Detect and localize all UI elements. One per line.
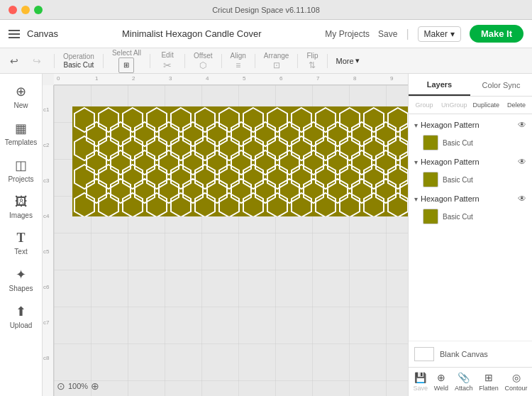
toolbar-separator-1 [54, 54, 55, 68]
close-button[interactable] [9, 6, 17, 14]
arrange-label: Arrange [264, 52, 289, 60]
layer-2-child[interactable]: Basic Cut [409, 170, 532, 189]
blank-canvas-thumbnail [414, 347, 434, 361]
zoom-out-icon[interactable]: ⊙ [57, 380, 65, 392]
flip-label: Flip [306, 52, 318, 60]
layer-header-1[interactable]: ▾ Hexagon Pattern 👁 [409, 117, 532, 133]
sidebar-item-text[interactable]: T Text [4, 226, 39, 260]
ruler-mark-v1: c1 [43, 106, 49, 113]
edit-control[interactable]: Edit ✂ [159, 53, 176, 70]
select-all-label: Select All [112, 49, 141, 57]
save-icon: 💾 [414, 372, 426, 383]
make-it-button[interactable]: Make It [470, 25, 523, 43]
ruler-mark-3: 3 [169, 75, 172, 82]
layer-1-name: Hexagon Pattern [421, 121, 515, 129]
offset-control[interactable]: Offset ⬡ [194, 52, 213, 70]
duplicate-button[interactable]: Duplicate [472, 99, 501, 111]
tab-layers[interactable]: Layers [409, 74, 470, 96]
ruler-left: c1 c2 c3 c4 c5 c6 c7 c8 [43, 85, 54, 396]
layer-1-child[interactable]: Basic Cut [409, 133, 532, 153]
tab-color-sync-label: Color Sync [482, 81, 521, 89]
select-all-box[interactable]: ⊞ [118, 57, 134, 73]
project-title: Minimalist Hexagon Candle Cover [122, 28, 262, 39]
blank-canvas-label: Blank Canvas [440, 350, 488, 358]
operation-selector[interactable]: Operation Basic Cut [63, 53, 94, 69]
panel-attach-button[interactable]: 📎 Attach [452, 370, 476, 393]
more-button[interactable]: More ▾ [336, 56, 360, 65]
more-chevron-icon: ▾ [355, 56, 360, 65]
sidebar-item-templates[interactable]: ▦ Templates [4, 116, 39, 150]
toolbar-separator-3 [150, 54, 150, 68]
hexagon-pattern-area[interactable] [72, 106, 408, 216]
select-all-control[interactable]: Select All ⊞ [112, 49, 141, 73]
tab-layers-label: Layers [427, 80, 452, 89]
layer-3-name: Hexagon Pattern [421, 194, 515, 203]
images-icon: 🖼 [15, 194, 28, 209]
arrange-control[interactable]: Arrange ⊡ [264, 52, 289, 70]
ruler-mark-v4: c4 [43, 213, 49, 219]
panel-actions: Group UnGroup Duplicate Delete [409, 97, 532, 114]
ruler-mark-5: 5 [243, 75, 245, 82]
panel-save-button[interactable]: 💾 Save [410, 370, 431, 393]
upload-icon: ⬆ [16, 304, 26, 319]
panel-attach-label: Attach [455, 385, 473, 392]
sidebar-item-images[interactable]: 🖼 Images [4, 190, 39, 224]
panel-flatten-button[interactable]: ⊞ Flatten [476, 370, 501, 393]
layer-3-child[interactable]: Basic Cut [409, 207, 532, 226]
canvas-background [54, 85, 408, 396]
minimize-button[interactable] [21, 6, 30, 14]
layer-header-2[interactable]: ▾ Hexagon Pattern 👁 [409, 154, 532, 170]
operation-label: Operation [63, 53, 94, 60]
redo-icon[interactable]: ↪ [28, 53, 45, 70]
edit-label: Edit [161, 51, 173, 59]
sidebar-item-projects[interactable]: ◫ Projects [4, 153, 39, 187]
group-button[interactable]: Group [411, 99, 437, 111]
hamburger-menu[interactable] [9, 30, 20, 38]
layer-2-visibility-icon[interactable]: 👁 [518, 157, 526, 167]
ruler-mark-9: 9 [390, 75, 393, 82]
panel-contour-button[interactable]: ◎ Contour [502, 370, 531, 393]
ruler-mark-2: 2 [132, 75, 135, 82]
ruler-mark-v5: c5 [43, 248, 49, 255]
ungroup-button[interactable]: UnGroup [440, 99, 469, 111]
layer-1-child-name: Basic Cut [443, 139, 473, 147]
ruler-mark-0: 0 [57, 75, 60, 82]
sidebar-shapes-label: Shapes [9, 285, 33, 292]
canvas-area[interactable]: 0 1 2 3 4 5 6 7 8 9 c1 c2 c3 c4 c5 c6 c7… [43, 74, 408, 396]
maximize-button[interactable] [34, 6, 43, 14]
sidebar-item-new[interactable]: ⊕ New [4, 79, 39, 114]
layer-group-1: ▾ Hexagon Pattern 👁 Basic Cut [409, 117, 532, 153]
sidebar-new-label: New [13, 101, 28, 109]
layer-header-3[interactable]: ▾ Hexagon Pattern 👁 [409, 191, 532, 207]
toolbar-separator-4 [184, 54, 185, 68]
panel-weld-button[interactable]: ⊕ Weld [431, 370, 451, 393]
delete-button[interactable]: Delete [504, 99, 529, 111]
zoom-in-icon[interactable]: ⊕ [91, 380, 99, 392]
main-content: ⊕ New ▦ Templates ◫ Projects 🖼 Images T … [0, 74, 532, 396]
layer-1-visibility-icon[interactable]: 👁 [518, 120, 526, 130]
save-button[interactable]: Save [378, 29, 397, 39]
layer-2-chevron-icon: ▾ [414, 158, 418, 166]
maker-dropdown[interactable]: Maker ▾ [418, 26, 461, 42]
my-projects-link[interactable]: My Projects [325, 29, 370, 39]
ruler-mark-6: 6 [279, 75, 282, 82]
panel-flatten-label: Flatten [479, 385, 499, 392]
layer-group-2: ▾ Hexagon Pattern 👁 Basic Cut [409, 154, 532, 189]
layer-3-visibility-icon[interactable]: 👁 [518, 194, 526, 204]
flip-control[interactable]: Flip ⇅ [306, 52, 318, 70]
layer-3-chevron-icon: ▾ [414, 195, 418, 203]
ruler-mark-v2: c2 [43, 142, 49, 148]
align-control[interactable]: Align ≡ [231, 52, 246, 70]
sidebar-item-upload[interactable]: ⬆ Upload [4, 299, 39, 334]
toolbar-separator-8 [327, 54, 328, 68]
tab-color-sync[interactable]: Color Sync [470, 74, 532, 96]
layer-2-child-name: Basic Cut [443, 176, 473, 184]
panel-bottom-toolbar: 💾 Save ⊕ Weld 📎 Attach ⊞ Flatten ◎ Conto… [409, 367, 532, 396]
hexagon-pattern-svg [72, 106, 408, 216]
undo-icon[interactable]: ↩ [6, 53, 23, 70]
sidebar-item-shapes[interactable]: ✦ Shapes [4, 263, 39, 297]
sidebar-projects-label: Projects [8, 175, 33, 183]
layer-group-3: ▾ Hexagon Pattern 👁 Basic Cut [409, 191, 532, 226]
blank-canvas-row: Blank Canvas [409, 341, 532, 367]
sidebar-templates-label: Templates [5, 138, 38, 146]
